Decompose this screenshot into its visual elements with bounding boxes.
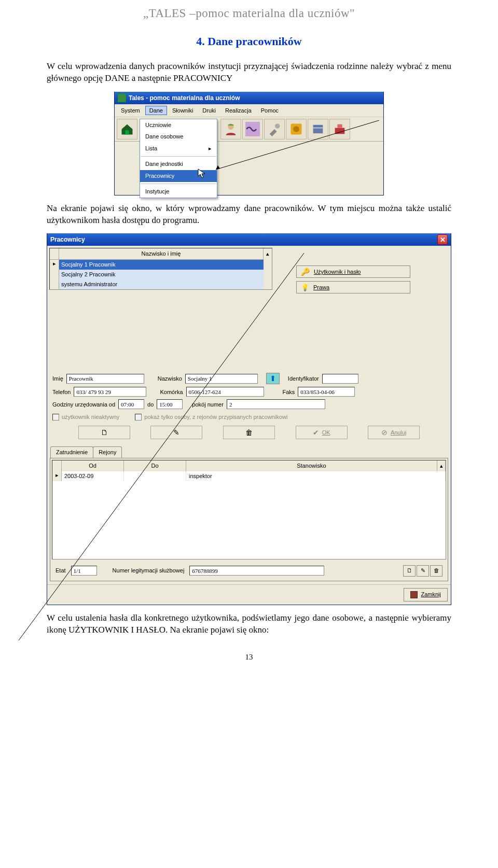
edit-icon: ✎ xyxy=(421,567,425,575)
grid-marker-head xyxy=(52,460,62,471)
input-nazwisko[interactable] xyxy=(185,374,258,384)
app-icon xyxy=(118,94,126,102)
edit-icon-button[interactable]: ✎ xyxy=(417,565,429,577)
titlebar-2: Pracownicy ✕ xyxy=(47,233,451,246)
svg-point-5 xyxy=(293,127,299,133)
tool-person-icon[interactable] xyxy=(220,119,241,139)
checkbox-nieaktywny: użytkownik nieaktywny xyxy=(52,413,119,421)
checkbox-rejony: pokaż tylko osoby, z rejonów przypisanyc… xyxy=(135,413,287,421)
close-button[interactable]: Zamknij xyxy=(404,588,448,601)
menu-druki[interactable]: Druki xyxy=(198,106,220,116)
label-identyfikator: Identyfikator xyxy=(288,375,319,383)
page-header: „TALES –pomoc materialna dla uczniów" xyxy=(47,5,451,21)
scroll-up-icon[interactable]: ▴ xyxy=(264,248,272,259)
close-icon[interactable]: ✕ xyxy=(437,234,448,245)
menu-item-dane-osobowe[interactable]: Dane osobowe xyxy=(140,131,217,143)
label-legitymacja: Numer legitymacji służbowej xyxy=(113,567,185,575)
menu-separator xyxy=(141,156,216,157)
spacer xyxy=(139,119,139,139)
input-komorka[interactable] xyxy=(186,387,264,397)
menu-realizacja[interactable]: Realizacja xyxy=(221,106,256,116)
menu-pomoc[interactable]: Pomoc xyxy=(257,106,283,116)
input-pokoj[interactable] xyxy=(227,399,325,409)
col-od[interactable]: Od xyxy=(62,460,124,471)
cancel-icon: ⊘ xyxy=(381,428,388,438)
employment-grid: Od Do Stanowisko ▴ ▸ 2003-02-09 inspekto… xyxy=(52,460,446,559)
menubar: System Dane Słowniki Druki Realizacja Po… xyxy=(115,104,383,118)
label-faks: Faks xyxy=(283,388,295,396)
check-icon: ✔ xyxy=(313,428,319,438)
scrollbar[interactable] xyxy=(264,258,272,289)
row-marker xyxy=(50,279,59,289)
bulb-icon: 💡 xyxy=(301,283,309,292)
grid-scroll-up-icon[interactable]: ▴ xyxy=(437,460,446,471)
label-do: do xyxy=(147,401,154,409)
tool-tools-icon[interactable] xyxy=(264,119,285,139)
input-etat[interactable] xyxy=(71,566,97,576)
input-godz-do[interactable] xyxy=(157,399,183,409)
paragraph-1: W celu wprowadzenia danych pracowników i… xyxy=(47,61,451,85)
cancel-button[interactable]: ⊘Anuluj xyxy=(368,426,420,439)
tab-zatrudnienie[interactable]: Zatrudnienie xyxy=(50,446,93,458)
delete-button[interactable]: 🗑 xyxy=(223,426,275,439)
new-doc-icon: 🗋 xyxy=(407,567,412,575)
input-telefon[interactable] xyxy=(74,387,146,397)
tool-safe-icon[interactable] xyxy=(286,119,307,139)
menu-system[interactable]: System xyxy=(117,106,144,116)
grid-empty-space xyxy=(52,481,446,559)
menu-item-uczniowie[interactable]: Uczniowie xyxy=(140,119,217,131)
label-etat: Etat xyxy=(56,567,66,575)
input-legitymacja[interactable] xyxy=(189,566,324,576)
input-godz-od[interactable] xyxy=(118,399,144,409)
svg-point-11 xyxy=(271,376,274,379)
input-faks[interactable] xyxy=(298,387,355,397)
grid-row[interactable]: ▸ 2003-02-09 inspektor xyxy=(52,471,446,481)
screenshot-menu-window: Tales - pomoc materialna dla uczniów Sys… xyxy=(114,92,384,195)
paragraph-3: W celu ustalenia hasła dla konkretnego u… xyxy=(47,612,451,636)
list-row-selected[interactable]: ▸ Socjalny 1 Pracownik xyxy=(50,260,272,270)
employees-list: Nazwisko i imię ▴ ▸ Socjalny 1 Pracownik… xyxy=(49,248,272,289)
svg-rect-0 xyxy=(126,131,129,135)
dropdown-dane: Uczniowie Dane osobowe Lista▸ Dane jedno… xyxy=(140,119,217,198)
window-title-2: Pracownicy xyxy=(50,235,85,244)
svg-rect-12 xyxy=(272,378,274,381)
tool-register-icon[interactable] xyxy=(329,119,350,139)
input-identyfikator[interactable] xyxy=(322,374,358,384)
tab-panel-zatrudnienie: Od Do Stanowisko ▴ ▸ 2003-02-09 inspekto… xyxy=(50,458,448,581)
list-row[interactable]: Socjalny 2 Pracownik xyxy=(50,270,272,279)
input-imie[interactable] xyxy=(66,374,144,384)
svg-rect-8 xyxy=(335,128,345,134)
label-imie: Imię xyxy=(52,375,63,383)
trash-icon-button[interactable]: 🗑 xyxy=(430,565,442,577)
svg-rect-6 xyxy=(313,125,323,133)
menu-item-lista[interactable]: Lista▸ xyxy=(140,143,217,155)
row-marker-icon: ▸ xyxy=(52,471,62,481)
col-do[interactable]: Do xyxy=(124,460,186,471)
new-icon-button[interactable]: 🗋 xyxy=(403,565,416,577)
menu-item-instytucje[interactable]: Instytucje xyxy=(140,186,217,198)
edit-button[interactable]: ✎ xyxy=(150,426,202,439)
page-number: 13 xyxy=(47,652,451,662)
tabs: Zatrudnienie Rejony xyxy=(50,446,451,458)
form-area: Imię Nazwisko Identyfikator Telefon Komó… xyxy=(47,367,451,443)
col-nazwisko-imie[interactable]: Nazwisko i imię xyxy=(59,248,264,259)
label-godziny: Godziny urzędowania od xyxy=(52,401,115,409)
svg-rect-2 xyxy=(245,122,260,136)
col-stanowisko[interactable]: Stanowisko xyxy=(186,460,437,471)
key-icon: 🔑 xyxy=(301,267,310,277)
menu-slowniki[interactable]: Słowniki xyxy=(168,106,197,116)
tab-rejony[interactable]: Rejony xyxy=(93,446,122,458)
tool-wave-icon[interactable] xyxy=(242,119,263,139)
list-row[interactable]: systemu Administrator xyxy=(50,279,272,289)
person-indicator-icon[interactable] xyxy=(266,373,280,384)
window-title: Tales - pomoc materialna dla uczniów xyxy=(129,94,240,102)
button-prawa[interactable]: 💡 Prawa xyxy=(296,281,410,293)
tool-house-icon[interactable] xyxy=(117,119,137,139)
tool-notebook-icon[interactable] xyxy=(308,119,328,139)
button-uzytkownik-haslo[interactable]: 🔑 Użytkownik i hasło xyxy=(296,265,410,278)
new-button[interactable]: 🗋 xyxy=(78,426,130,439)
row-marker-header xyxy=(50,248,59,259)
cursor-icon xyxy=(198,169,206,179)
ok-button[interactable]: ✔OK xyxy=(296,426,348,439)
menu-dane[interactable]: Dane xyxy=(145,106,167,116)
